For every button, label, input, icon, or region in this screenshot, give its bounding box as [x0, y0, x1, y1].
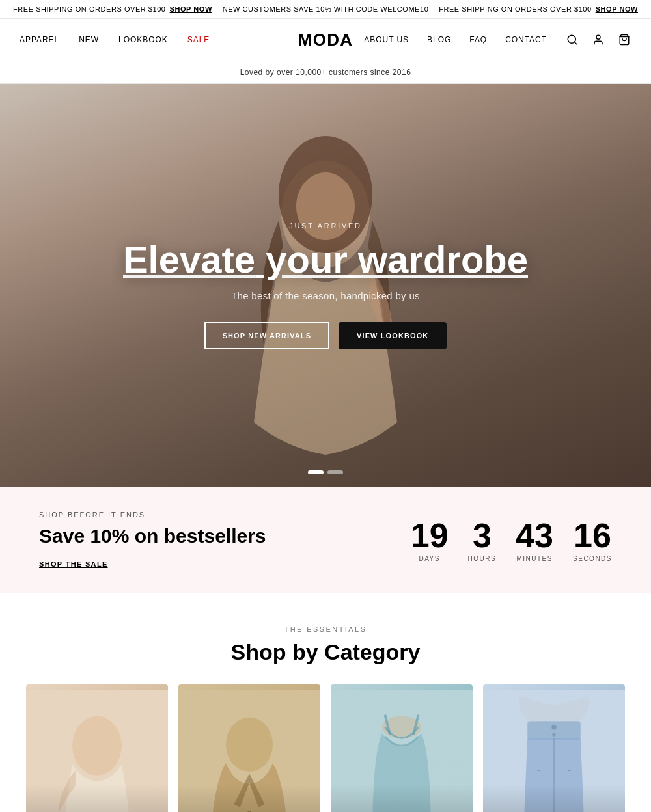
- timer-minutes-number: 43: [516, 519, 553, 552]
- category-overlay-2: [178, 684, 320, 812]
- sale-title: Save 10% on bestsellers: [39, 525, 266, 547]
- timer-days-label: DAYS: [411, 555, 449, 562]
- announcement-center: NEW CUSTOMERS SAVE 10% WITH CODE WELCOME…: [221, 5, 430, 13]
- svg-point-2: [596, 35, 600, 39]
- category-overlay-3: [331, 684, 473, 812]
- sale-eyebrow: SHOP BEFORE IT ENDS: [39, 511, 266, 519]
- nav-icons: [565, 33, 631, 47]
- category-card-new-arrivals[interactable]: JUST ADDED New Arrivals Shop the latest …: [26, 684, 168, 812]
- category-section: THE ESSENTIALS Shop by Category JUST ADD…: [0, 593, 651, 812]
- timer-hours-number: 3: [468, 519, 497, 552]
- nav-item-lookbook[interactable]: LOOKBOOK: [118, 35, 168, 44]
- category-overlay-4: [483, 684, 625, 812]
- timer-minutes: 43 MINUTES: [516, 519, 553, 562]
- announcement-left: FREE SHIPPING ON ORDERS OVER $100 SHOP N…: [13, 5, 221, 13]
- announcement-right-text: FREE SHIPPING ON ORDERS OVER $100: [439, 5, 592, 13]
- nav-item-new[interactable]: NEW: [79, 35, 99, 44]
- hero-buttons: SHOP NEW ARRIVALS VIEW LOOKBOOK: [123, 322, 528, 349]
- timer-seconds: 16 SECONDS: [573, 519, 612, 562]
- hero-dot-1[interactable]: [308, 470, 324, 474]
- hero-title: Elevate your wardrobe: [123, 240, 528, 280]
- category-card-bestselling[interactable]: MOST-WANTED Bestselling Your favorites, …: [483, 684, 625, 812]
- cart-icon[interactable]: [617, 33, 631, 47]
- shop-sale-link[interactable]: SHOP THE SALE: [39, 560, 108, 568]
- sale-banner-left: SHOP BEFORE IT ENDS Save 10% on bestsell…: [39, 511, 266, 569]
- nav-item-apparel[interactable]: APPAREL: [20, 35, 59, 44]
- svg-line-1: [574, 42, 576, 44]
- announcement-left-text: FREE SHIPPING ON ORDERS OVER $100: [13, 5, 166, 13]
- nav-item-sale[interactable]: SALE: [187, 35, 210, 44]
- nav-right: ABOUT US BLOG FAQ CONTACT: [364, 35, 547, 44]
- category-eyebrow: THE ESSENTIALS: [26, 625, 625, 633]
- site-logo[interactable]: MODA: [298, 30, 353, 50]
- timer-days-number: 19: [411, 519, 449, 552]
- view-lookbook-button[interactable]: VIEW LOOKBOOK: [339, 322, 447, 349]
- timer-seconds-number: 16: [573, 519, 612, 552]
- account-icon[interactable]: [591, 33, 605, 47]
- search-icon[interactable]: [565, 33, 579, 47]
- shop-new-arrivals-button[interactable]: SHOP NEW ARRIVALS: [204, 322, 329, 349]
- nav-item-about[interactable]: ABOUT US: [364, 35, 409, 44]
- announcement-left-link[interactable]: SHOP NOW: [170, 5, 212, 13]
- announcement-center-text: NEW CUSTOMERS SAVE 10% WITH CODE WELCOME…: [223, 5, 429, 13]
- timer-hours: 3 HOURS: [468, 519, 497, 562]
- nav-item-contact[interactable]: CONTACT: [505, 35, 547, 44]
- hero-subtitle: The best of the season, handpicked by us: [123, 290, 528, 301]
- main-nav: APPAREL NEW LOOKBOOK SALE MODA ABOUT US …: [0, 19, 651, 61]
- hero-carousel-dots: [308, 470, 343, 474]
- category-overlay-1: [26, 684, 168, 812]
- hero-dot-2[interactable]: [327, 470, 343, 474]
- category-grid: JUST ADDED New Arrivals Shop the latest …: [26, 684, 625, 812]
- category-title: Shop by Category: [26, 640, 625, 665]
- timer-days: 19 DAYS: [411, 519, 449, 562]
- nav-left: APPAREL NEW LOOKBOOK SALE: [20, 35, 210, 44]
- hero-content: JUST ARRIVED Elevate your wardrobe The b…: [97, 222, 554, 349]
- trust-text: Loved by over 10,000+ customers since 20…: [240, 68, 411, 77]
- sale-banner: SHOP BEFORE IT ENDS Save 10% on bestsell…: [0, 487, 651, 593]
- timer-hours-label: HOURS: [468, 555, 497, 562]
- sale-timer: 19 DAYS 3 HOURS 43 MINUTES 16 SECONDS: [411, 519, 612, 562]
- timer-seconds-label: SECONDS: [573, 555, 612, 562]
- hero-eyebrow: JUST ARRIVED: [123, 222, 528, 230]
- hero-title-underlined: Elevate: [123, 238, 255, 280]
- announcement-bar: FREE SHIPPING ON ORDERS OVER $100 SHOP N…: [0, 0, 651, 19]
- trust-bar: Loved by over 10,000+ customers since 20…: [0, 61, 651, 84]
- hero-title-rest: your wardrobe: [255, 238, 528, 280]
- category-card-fall-winter[interactable]: LAYERS TO LOVE Fall/Winter Stay warm & b…: [178, 684, 320, 812]
- hero-section: JUST ARRIVED Elevate your wardrobe The b…: [0, 84, 651, 487]
- nav-item-faq[interactable]: FAQ: [469, 35, 487, 44]
- announcement-right: FREE SHIPPING ON ORDERS OVER $100 SHOP N…: [430, 5, 638, 13]
- announcement-right-link[interactable]: SHOP NOW: [596, 5, 638, 13]
- nav-item-blog[interactable]: BLOG: [427, 35, 451, 44]
- timer-minutes-label: MINUTES: [516, 555, 553, 562]
- category-card-dresses[interactable]: SLEEK STYLES Dresses A look for every oc…: [331, 684, 473, 812]
